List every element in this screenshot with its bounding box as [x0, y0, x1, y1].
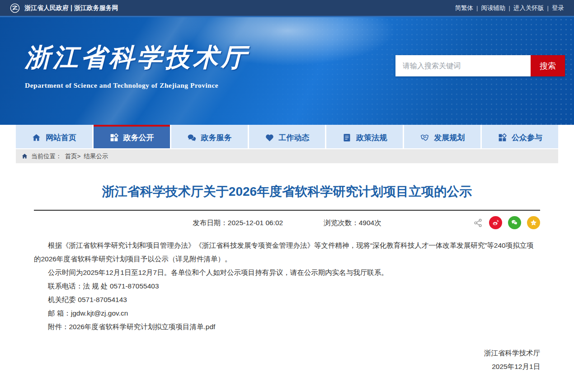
home-small-icon	[21, 153, 28, 160]
contact-email: 邮 箱：jgdw.kjt@zj.gov.cn	[34, 307, 540, 320]
nav-item-work-news[interactable]: 工作动态	[249, 125, 325, 148]
breadcrumb: 当前位置： 首页> 结果公示	[16, 149, 558, 163]
article-container: 浙江省科学技术厅关于2026年度省软科学研究计划项目立项的公示 发布日期：202…	[34, 183, 540, 373]
gov-portal-link[interactable]: 浙江省人民政府 | 浙江政务服务网	[10, 3, 118, 13]
nav-item-development-plan[interactable]: 发展规划	[404, 125, 480, 148]
topbar-links: 简繁体|阅读辅助|进入关怀版|登录	[455, 4, 564, 12]
gov-portal-text[interactable]: 浙江省人民政府 | 浙江政务服务网	[24, 4, 118, 12]
breadcrumb-prefix: 当前位置：	[31, 152, 62, 161]
breadcrumb-current: 结果公示	[84, 152, 108, 161]
top-utility-bar: 浙江省人民政府 | 浙江政务服务网 简繁体|阅读辅助|进入关怀版|登录	[0, 0, 574, 17]
nav-item-gov-open[interactable]: 政务公开	[94, 125, 170, 148]
nav-item-home[interactable]: 网站首页	[16, 125, 92, 148]
signature-date: 2025年12月1日	[34, 360, 540, 373]
publish-date: 发布日期：2025-12-01 06:02	[193, 218, 283, 228]
site-identity: 浙江省科学技术厅 Department of Science and Techn…	[25, 41, 249, 90]
article-title: 浙江省科学技术厅关于2026年度省软科学研究计划项目立项的公示	[34, 183, 540, 200]
heart-icon	[265, 133, 274, 142]
title-divider	[34, 210, 540, 211]
link-login[interactable]: 登录	[552, 5, 564, 11]
site-title-english: Department of Science and Technology of …	[25, 81, 249, 90]
attachment-file-link[interactable]: 2026年度省软科学研究计划拟立项项目清单.pdf	[69, 323, 216, 331]
paragraph-intro: 根据《浙江省软科学研究计划和项目管理办法》《浙江省科技发展专项资金管理办法》等文…	[34, 239, 540, 266]
document-icon	[342, 133, 352, 142]
link-care-version[interactable]: 进入关怀版	[513, 5, 544, 11]
article-body: 根据《浙江省软科学研究计划和项目管理办法》《浙江省科技发展专项资金管理办法》等文…	[34, 239, 540, 334]
search-button[interactable]: 搜索	[531, 55, 565, 76]
breadcrumb-home-link[interactable]: 首页>	[65, 152, 81, 161]
chat-icon	[187, 133, 197, 142]
participate-icon	[498, 133, 507, 142]
handshake-icon	[420, 133, 429, 142]
home-icon	[32, 133, 41, 142]
main-navigation: 网站首页 政务公开 政务服务 工作动态 政策法规 发展规划	[16, 125, 558, 148]
contact-discipline: 机关纪委 0571-87054143	[34, 293, 540, 307]
search-input[interactable]	[395, 55, 531, 76]
nav-item-gov-service[interactable]: 政务服务	[171, 125, 248, 148]
qzone-share-icon[interactable]	[527, 216, 540, 229]
signature-org: 浙江省科学技术厅	[34, 346, 540, 360]
site-banner: 浙江省科学技术厅 Department of Science and Techn…	[0, 17, 574, 125]
paragraph-period: 公示时间为2025年12月1日至12月7日。各单位和个人如对公示项目持有异议，请…	[34, 266, 540, 279]
contact-phone: 联系电话：法 规 处 0571-87055403	[34, 279, 540, 293]
nav-item-public-participation[interactable]: 公众参与	[482, 125, 558, 148]
gov-portal-logo-icon	[10, 3, 20, 13]
share-buttons	[473, 216, 540, 229]
link-simplified-traditional[interactable]: 简繁体	[455, 5, 473, 11]
weibo-share-icon[interactable]	[489, 216, 502, 229]
share-icon[interactable]	[473, 218, 483, 228]
gov-open-icon	[109, 133, 119, 142]
attachment-label: 附件：	[48, 323, 69, 331]
site-title: 浙江省科学技术厅	[25, 41, 249, 75]
nav-item-policy[interactable]: 政策法规	[326, 125, 403, 148]
attachment-line: 附件：2026年度省软科学研究计划拟立项项目清单.pdf	[34, 320, 540, 334]
view-count: 浏览次数：4904次	[324, 218, 381, 228]
site-search: 搜索	[395, 55, 565, 76]
article-meta: 发布日期：2025-12-01 06:02 浏览次数：4904次	[34, 213, 540, 233]
wechat-share-icon[interactable]	[508, 216, 521, 229]
article-signature: 浙江省科学技术厅 2025年12月1日	[34, 346, 540, 373]
link-reading-aid[interactable]: 阅读辅助	[481, 5, 505, 11]
